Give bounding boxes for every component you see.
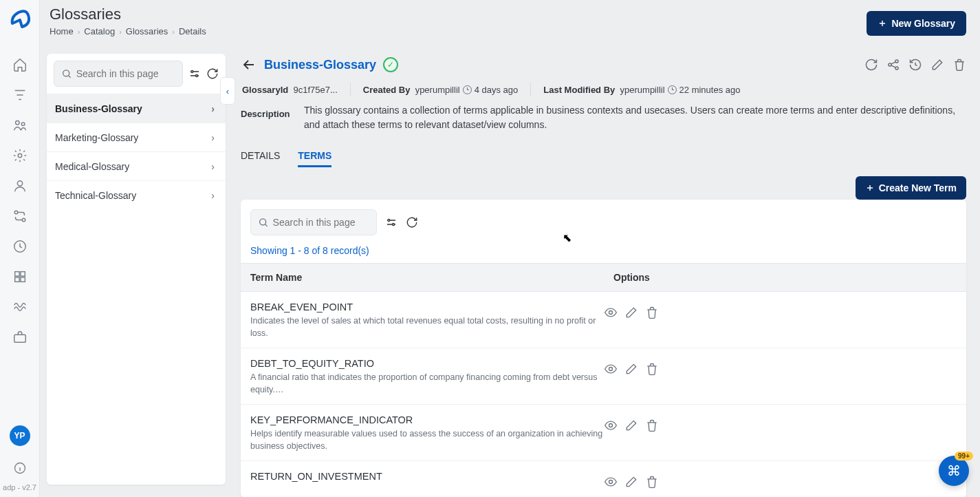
tab-terms[interactable]: TERMS xyxy=(298,146,331,167)
nav-home-icon[interactable] xyxy=(11,56,29,74)
edit-icon[interactable] xyxy=(624,306,638,319)
history-icon[interactable] xyxy=(908,58,922,72)
command-fab[interactable]: ⌘ 99+ xyxy=(939,456,969,486)
info-icon[interactable] xyxy=(11,459,29,477)
description-label: Description xyxy=(241,103,293,132)
meta-label: Last Modified By xyxy=(543,85,615,95)
chevron-right-icon: › xyxy=(211,190,215,201)
meta-label: GlossaryId xyxy=(242,85,288,95)
glossary-item-label: Technical-Glossary xyxy=(55,190,136,201)
edit-icon[interactable] xyxy=(624,419,638,432)
sidebar-search[interactable] xyxy=(54,61,183,87)
nav-time-icon[interactable] xyxy=(11,237,29,255)
edit-icon[interactable] xyxy=(624,362,638,376)
record-count: Showing 1 - 8 of 8 record(s) xyxy=(241,242,966,263)
nav-wave-icon[interactable] xyxy=(11,298,29,316)
share-icon[interactable] xyxy=(886,58,900,72)
refresh-icon[interactable] xyxy=(864,58,878,72)
delete-icon[interactable] xyxy=(645,419,659,432)
meta-value: yperumpillil xyxy=(620,85,665,95)
breadcrumb-item: Details xyxy=(179,26,206,36)
terms-table-card: Showing 1 - 8 of 8 record(s) Term Name O… xyxy=(241,200,966,497)
tab-details[interactable]: DETAILS xyxy=(241,146,280,167)
status-verified-icon: ✓ xyxy=(383,57,398,72)
app-logo xyxy=(8,7,32,30)
term-desc: Indicates the level of sales at which to… xyxy=(250,315,604,339)
delete-icon[interactable] xyxy=(645,306,659,319)
nav-people-icon[interactable] xyxy=(11,116,29,134)
breadcrumb-item[interactable]: Home xyxy=(50,26,74,36)
clock-icon xyxy=(668,85,677,94)
term-name: BREAK_EVEN_POINT xyxy=(250,302,604,313)
user-avatar[interactable]: YP xyxy=(10,425,30,446)
svg-rect-8 xyxy=(20,272,24,276)
view-icon[interactable] xyxy=(604,419,618,432)
edit-icon[interactable] xyxy=(930,58,944,72)
delete-icon[interactable] xyxy=(645,362,659,376)
svg-rect-9 xyxy=(14,277,19,282)
nav-briefcase-icon[interactable] xyxy=(11,328,29,346)
create-term-label: Create New Term xyxy=(879,182,957,193)
command-icon: ⌘ xyxy=(947,463,961,479)
table-header: Term Name Options xyxy=(241,263,966,292)
breadcrumb-item[interactable]: Glossaries xyxy=(126,26,168,36)
view-icon[interactable] xyxy=(604,475,618,489)
new-glossary-label: New Glossary xyxy=(891,18,955,29)
new-glossary-button[interactable]: New Glossary xyxy=(867,11,966,36)
filter-icon[interactable] xyxy=(188,67,201,80)
chevron-right-icon: › xyxy=(172,28,175,36)
svg-point-24 xyxy=(609,424,613,427)
svg-point-0 xyxy=(15,121,19,125)
term-name: RETURN_ON_INVESTMENT xyxy=(250,471,604,482)
filter-icon[interactable] xyxy=(385,216,398,229)
divider xyxy=(350,83,351,96)
table-row: DEBT_TO_EQUITY_RATIO A financial ratio t… xyxy=(241,348,966,405)
nav-flow-icon[interactable] xyxy=(11,207,29,225)
nav-grid-icon[interactable] xyxy=(11,268,29,286)
description-text: This glossary contains a collection of t… xyxy=(304,103,966,132)
svg-point-3 xyxy=(17,181,22,186)
nav-settings-icon[interactable] xyxy=(11,147,29,165)
glossary-list-item[interactable]: Business-Glossary › xyxy=(47,94,226,123)
delete-icon[interactable] xyxy=(645,475,659,489)
term-desc: Helps identify measurable values used to… xyxy=(250,428,604,452)
detail-title: Business-Glossary xyxy=(264,58,376,72)
refresh-icon[interactable] xyxy=(406,216,418,229)
meta-value: 9c1f75e7... xyxy=(293,85,337,95)
svg-point-20 xyxy=(388,220,390,222)
view-icon[interactable] xyxy=(604,306,618,319)
create-term-button[interactable]: Create New Term xyxy=(856,176,966,200)
tab-bar: DETAILS TERMS xyxy=(241,146,966,168)
terms-search[interactable] xyxy=(250,209,377,235)
svg-point-15 xyxy=(196,75,198,77)
nav-rail: YP adp - v2.7 xyxy=(0,0,40,497)
glossary-list-panel: Business-Glossary › Marketing-Glossary ›… xyxy=(47,54,226,485)
col-term-name: Term Name xyxy=(241,264,604,291)
refresh-icon[interactable] xyxy=(206,67,219,80)
svg-rect-7 xyxy=(14,272,19,276)
term-name: DEBT_TO_EQUITY_RATIO xyxy=(250,358,604,369)
collapse-sidebar-button[interactable]: ‹ xyxy=(220,77,235,105)
delete-icon[interactable] xyxy=(952,58,966,72)
table-row: RETURN_ON_INVESTMENT xyxy=(241,461,966,497)
clock-icon xyxy=(463,85,472,94)
svg-point-13 xyxy=(63,70,69,76)
nav-filter-icon[interactable] xyxy=(11,86,29,104)
sidebar-search-input[interactable] xyxy=(76,68,175,79)
glossary-list-item[interactable]: Medical-Glossary › xyxy=(47,151,226,180)
terms-search-input[interactable] xyxy=(273,217,369,228)
meta-value: yperumpillil xyxy=(415,85,460,95)
col-options: Options xyxy=(604,264,966,291)
meta-label: Created By xyxy=(363,85,411,95)
svg-point-4 xyxy=(14,211,18,214)
meta-value: 4 days ago xyxy=(475,85,519,95)
back-arrow-icon[interactable] xyxy=(241,56,257,73)
edit-icon[interactable] xyxy=(624,475,638,489)
glossary-list-item[interactable]: Marketing-Glossary › xyxy=(47,123,226,151)
nav-profile-icon[interactable] xyxy=(11,177,29,195)
glossary-list-item[interactable]: Technical-Glossary › xyxy=(47,180,226,209)
glossary-item-label: Medical-Glossary xyxy=(55,161,129,172)
breadcrumb-item[interactable]: Catalog xyxy=(84,26,115,36)
chevron-right-icon: › xyxy=(119,28,122,36)
view-icon[interactable] xyxy=(604,362,618,376)
